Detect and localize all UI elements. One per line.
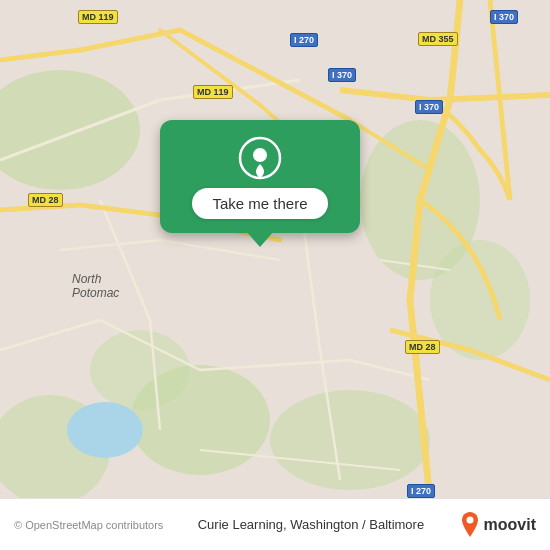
moovit-logo: moovit bbox=[459, 512, 536, 538]
svg-point-6 bbox=[90, 330, 190, 410]
attribution-text: © OpenStreetMap contributors bbox=[14, 519, 163, 531]
location-pin-icon bbox=[238, 136, 282, 180]
map-svg bbox=[0, 0, 550, 550]
svg-point-5 bbox=[270, 390, 430, 490]
svg-point-48 bbox=[466, 516, 473, 523]
map-popup: Take me there bbox=[160, 120, 360, 233]
svg-point-8 bbox=[67, 402, 143, 458]
moovit-label: moovit bbox=[484, 516, 536, 534]
map-container: MD 119 MD 119 MD 28 MD 28 I 270 I 370 I … bbox=[0, 0, 550, 550]
take-me-there-button[interactable]: Take me there bbox=[192, 188, 327, 219]
location-title: Curie Learning, Washington / Baltimore bbox=[163, 517, 458, 532]
bottom-bar: © OpenStreetMap contributors Curie Learn… bbox=[0, 498, 550, 550]
moovit-pin-icon bbox=[459, 512, 481, 538]
svg-point-47 bbox=[253, 148, 267, 162]
